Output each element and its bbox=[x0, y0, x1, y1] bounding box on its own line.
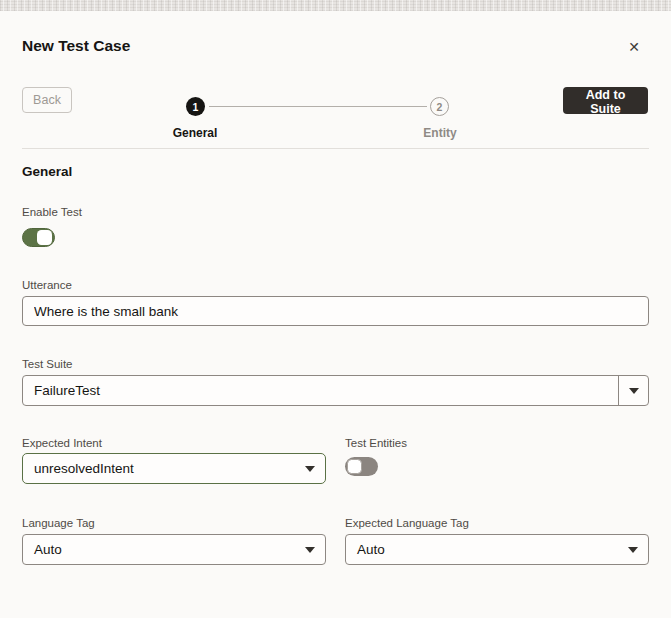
chevron-down-icon bbox=[305, 466, 315, 472]
language-tag-select[interactable]: Auto bbox=[22, 534, 326, 565]
toggle-thumb bbox=[37, 230, 52, 245]
step-2-label: Entity bbox=[380, 126, 500, 140]
step-1-label: General bbox=[135, 126, 255, 140]
stepper-divider bbox=[22, 148, 649, 149]
dialog-title: New Test Case bbox=[22, 37, 130, 55]
general-section-heading: General bbox=[22, 164, 72, 179]
step-2-indicator[interactable]: 2 bbox=[430, 97, 449, 116]
enable-test-toggle[interactable] bbox=[22, 228, 55, 247]
expected-language-tag-select[interactable]: Auto bbox=[345, 534, 649, 565]
chevron-down-icon bbox=[305, 547, 315, 553]
toggle-thumb bbox=[347, 459, 362, 474]
language-tag-value: Auto bbox=[23, 542, 295, 557]
language-tag-dropdown-button[interactable] bbox=[295, 535, 325, 564]
step-connector-line bbox=[209, 106, 427, 107]
test-suite-combobox[interactable]: FailureTest bbox=[22, 375, 649, 406]
desktop-texture bbox=[0, 0, 671, 11]
expected-language-tag-value: Auto bbox=[346, 542, 618, 557]
screen: New Test Case ✕ Back 1 2 General Entity … bbox=[0, 0, 671, 618]
utterance-input[interactable] bbox=[22, 296, 649, 326]
back-button[interactable]: Back bbox=[22, 87, 72, 113]
test-entities-label: Test Entities bbox=[345, 437, 407, 449]
test-entities-toggle[interactable] bbox=[345, 457, 378, 476]
language-tag-label: Language Tag bbox=[22, 517, 95, 529]
expected-intent-label: Expected Intent bbox=[22, 437, 102, 449]
new-test-case-dialog: New Test Case ✕ Back 1 2 General Entity … bbox=[0, 11, 671, 618]
add-to-suite-button[interactable]: Add to Suite bbox=[563, 87, 648, 114]
expected-intent-dropdown-button[interactable] bbox=[295, 454, 325, 483]
utterance-label: Utterance bbox=[22, 279, 72, 291]
test-suite-dropdown-button[interactable] bbox=[618, 376, 648, 405]
chevron-down-icon bbox=[628, 547, 638, 553]
test-suite-label: Test Suite bbox=[22, 358, 73, 370]
test-suite-value: FailureTest bbox=[23, 383, 618, 398]
expected-intent-select[interactable]: unresolvedIntent bbox=[22, 453, 326, 484]
step-1-indicator[interactable]: 1 bbox=[186, 97, 205, 116]
close-icon[interactable]: ✕ bbox=[622, 35, 646, 59]
expected-language-tag-label: Expected Language Tag bbox=[345, 517, 469, 529]
expected-intent-value: unresolvedIntent bbox=[23, 461, 295, 476]
chevron-down-icon bbox=[629, 388, 639, 394]
expected-language-tag-dropdown-button[interactable] bbox=[618, 535, 648, 564]
enable-test-label: Enable Test bbox=[22, 206, 82, 218]
